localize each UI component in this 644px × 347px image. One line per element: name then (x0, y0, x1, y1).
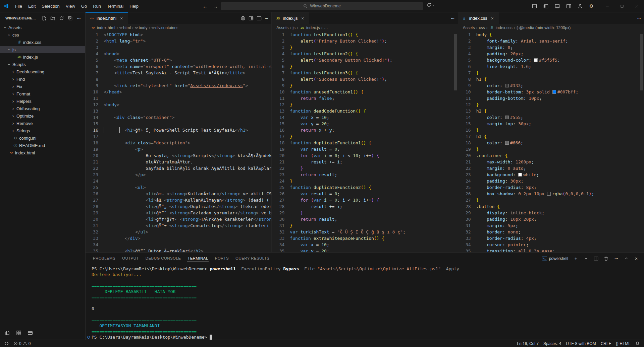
code-line[interactable]: } (476, 197, 644, 203)
code-line[interactable]: var y = 20; (290, 248, 458, 252)
breadcrumb-item[interactable]: Assets (276, 25, 288, 30)
refresh-explorer-icon[interactable] (58, 14, 65, 22)
code-line[interactable]: padding: 10px 20px; (476, 216, 644, 222)
code-line[interactable] (104, 95, 271, 101)
code-line[interactable]: } (290, 101, 458, 108)
terminal-line[interactable]: Derleme basliyor... (92, 272, 644, 277)
code-line[interactable]: function unusedFunction1() { (290, 89, 458, 95)
terminal-dropdown-icon[interactable] (582, 255, 590, 262)
terminal-line[interactable] (92, 300, 644, 306)
kill-terminal-icon[interactable] (602, 255, 610, 262)
breadcrumb-item[interactable]: Assets (463, 25, 475, 30)
panel-tab-debug-console[interactable]: DEBUG CONSOLE (142, 253, 184, 264)
code-line[interactable]: <html lang="tr"> (104, 38, 271, 44)
code-line[interactable]: h2 { (476, 108, 644, 114)
menu-edit[interactable]: Edit (25, 0, 39, 12)
code-line[interactable] (104, 133, 271, 140)
menu-view[interactable]: View (63, 0, 78, 12)
tree-item-config-ini[interactable]: ⚙config.ini (0, 134, 85, 142)
remote-indicator[interactable] (2, 340, 11, 347)
code-line[interactable] (104, 241, 271, 248)
code-line[interactable]: margin: 0 auto; (476, 165, 644, 171)
code-line[interactable]: h1 { (476, 76, 644, 82)
terminal-line[interactable]: ======================================== (92, 329, 644, 334)
tree-item-js[interactable]: ›js (0, 46, 85, 53)
terminal-line[interactable]: OPTIMIZASYON TAMAMLANDI (92, 323, 644, 329)
code-line[interactable]: color: #333; (476, 82, 644, 89)
code-line[interactable]: return result; (290, 216, 458, 222)
code-line[interactable] (104, 108, 271, 114)
status-spaces[interactable]: Spaces: 4 (541, 340, 564, 347)
terminal-shell-chip[interactable]: >_ powershell (541, 256, 570, 261)
code-line[interactable]: </head> (104, 89, 271, 95)
breadcrumb-item[interactable]: {}@media (min-width: 1200px) (517, 25, 571, 30)
close-panel-icon[interactable]: × (633, 255, 640, 262)
breadcrumb-item[interactable]: <>div.container (151, 25, 178, 30)
code-line[interactable]: return false; (290, 95, 458, 101)
code-line[interactable]: padding: 20px; (476, 51, 644, 57)
code-line[interactable]: } (290, 165, 458, 171)
tree-item-readme-md[interactable]: ⓘREADME.md (0, 142, 85, 149)
tree-item-find[interactable]: ›Find (0, 75, 85, 83)
code-line[interactable]: <link rel="stylesheet" href="Assets/css/… (104, 82, 271, 89)
code-line[interactable]: oluÅŸturulmuÅŸtur. (104, 159, 271, 165)
breadcrumb-item[interactable]: css (479, 25, 485, 30)
breadcrumb-item[interactable]: <>body (135, 25, 148, 30)
panel-tab-terminal[interactable]: TERMINAL (184, 253, 211, 264)
editor-tab[interactable]: <> index.html × (86, 12, 128, 24)
code-line[interactable]: } (290, 82, 458, 89)
code-line[interactable]: </p> (104, 171, 271, 178)
code-line[interactable]: display: inline-block; (476, 210, 644, 216)
code-line[interactable]: } (290, 63, 458, 70)
code-line[interactable]: } (290, 133, 458, 140)
code-line[interactable]: background-color: #f5f5f5; (476, 57, 644, 63)
code-line[interactable]: box-shadow: 0 2px 10px rgba(0,0,0,0.1); (476, 191, 644, 197)
collapse-all-icon[interactable] (66, 14, 74, 22)
terminal-line[interactable] (92, 311, 644, 317)
code-line[interactable]: var result = 0; (290, 146, 458, 152)
code-line[interactable]: function testFunction3() { (290, 70, 458, 76)
code-line[interactable]: var y = 20; (290, 121, 458, 127)
new-file-icon[interactable] (40, 14, 48, 22)
code-line[interactable]: <!DOCTYPE html> (104, 31, 271, 38)
code-line[interactable]: margin-top: 30px; (476, 121, 644, 127)
search-input[interactable]: WinwebDeneme (221, 2, 423, 10)
customize-layout-icon[interactable] (529, 1, 539, 11)
editor-tab[interactable]: # index.css × (458, 12, 499, 24)
status-{}[interactable]: {} HTML (613, 340, 633, 347)
code-line[interactable]: <li>ğŸ‡¹ğŸ‡· <strong>TÃ¼rkÃ§e karakterle… (104, 216, 271, 222)
code-line[interactable]: <li>âŒ <strong>KullanÄ±lmayan</strong> (… (104, 197, 271, 203)
status-crlf[interactable]: CRLF (598, 340, 613, 347)
code-line[interactable]: color: #666; (476, 140, 644, 146)
code-line[interactable]: transition: all 0.3s ease; (476, 248, 644, 252)
code-line[interactable]: <ul> (104, 184, 271, 191)
tree-item-scripts[interactable]: ›Scripts (0, 61, 85, 68)
status-ln[interactable]: Ln 16, Col 7 (515, 340, 541, 347)
terminal-line[interactable]: ======================================== (92, 294, 644, 300)
code-line[interactable]: <li>âœ… <strong>KullanÄ±lan</strong> ve … (104, 191, 271, 197)
minimize-button[interactable] (600, 0, 614, 12)
code-line[interactable]: alert("Primary Button Clicked!"); (290, 38, 458, 44)
panel-tab-query-results[interactable]: QUERY RESULTS (232, 253, 273, 264)
code-editor[interactable]: 1234567891011121314151617181920212223242… (458, 31, 644, 252)
tree-item-optimize[interactable]: ›Optimize (0, 112, 85, 120)
code-line[interactable]: } (290, 222, 458, 229)
editor-more-actions-icon[interactable]: ··· (637, 16, 641, 21)
tree-item-fix[interactable]: ›Fix (0, 83, 85, 90)
code-line[interactable]: border-radius: 4px; (476, 235, 644, 241)
split-terminal-icon[interactable] (592, 255, 600, 262)
code-line[interactable]: <div class="description"> (104, 140, 271, 146)
code-line[interactable]: var x = 10; (290, 114, 458, 121)
code-line[interactable]: max-width: 1200px; (476, 159, 644, 165)
code-line[interactable]: } (290, 210, 458, 216)
explorer-more-actions-icon[interactable]: ··· (75, 14, 83, 22)
new-folder-icon[interactable] (49, 14, 56, 22)
terminal-line[interactable]: ======================================== (92, 283, 644, 289)
code-line[interactable]: return result; (290, 171, 458, 178)
code-line[interactable]: Sayfada bilinÃ§li olarak Ã§eÅŸitli kod k… (104, 165, 271, 171)
panel-tab-ports[interactable]: PORTS (212, 253, 232, 264)
code-line[interactable]: function duplicateFunction2() { (290, 184, 458, 191)
code-line[interactable]: var result = 0; (290, 191, 458, 197)
code-line[interactable]: font-family: Arial, sans-serif; (476, 38, 644, 44)
problems-status[interactable]: 0 0 (11, 340, 33, 347)
